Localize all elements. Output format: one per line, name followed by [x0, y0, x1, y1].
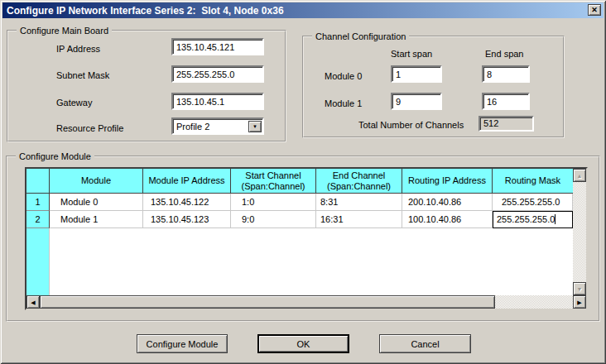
resource-profile-dropdown-button[interactable]: ▼ — [248, 121, 262, 132]
row2-routing-ip-cell[interactable]: 100.10.40.86 — [402, 211, 493, 228]
row1-module-cell[interactable]: Module 0 — [50, 194, 143, 211]
horizontal-scrollbar-track[interactable] — [495, 295, 573, 309]
row-header-column-filler — [26, 228, 50, 295]
module0-end-span-field[interactable] — [482, 65, 530, 83]
channel-config-legend: Channel Configuration — [312, 31, 409, 42]
resource-profile-dropdown[interactable]: Profile 2 ▼ — [171, 117, 264, 135]
row1-number-cell[interactable]: 1 — [26, 194, 50, 211]
row2-end-channel-cell[interactable]: 16:31 — [316, 211, 402, 228]
main-board-legend: Configure Main Board — [17, 25, 112, 36]
resource-profile-label: Resource Profile — [56, 122, 123, 134]
module-table: Module Module IP Address Start Channel (… — [25, 167, 588, 310]
header-start-channel: Start Channel (Span:Channel) — [231, 169, 316, 194]
main-board-group: Configure Main Board IP Address Subnet M… — [7, 30, 286, 142]
channel-config-group: Channel Configuration Start span End spa… — [302, 36, 565, 138]
ok-button[interactable]: OK — [257, 334, 349, 353]
vertical-scrollbar-track[interactable] — [573, 182, 586, 282]
scroll-up-button[interactable]: ▲ — [573, 169, 586, 182]
row2-module-cell[interactable]: Module 1 — [50, 211, 143, 228]
horizontal-scrollbar-thumb[interactable] — [40, 295, 495, 309]
horizontal-scrollbar[interactable]: ◀ ▶ — [26, 295, 586, 309]
start-span-header: Start span — [391, 48, 432, 60]
title-bar[interactable]: Configure IP Network Interface Series 2:… — [2, 2, 604, 18]
header-module-ip: Module IP Address — [143, 169, 231, 194]
table-row: 2 Module 1 135.10.45.123 9:0 16:31 100.1… — [26, 211, 573, 228]
scroll-up-icon: ▲ — [577, 173, 583, 179]
row1-end-channel-cell[interactable]: 8:31 — [316, 194, 402, 211]
module1-label: Module 1 — [325, 98, 362, 109]
header-routing-mask: Routing Mask — [493, 169, 573, 194]
row1-routing-ip-cell[interactable]: 200.10.40.86 — [402, 194, 493, 211]
row2-number-cell[interactable]: 2 — [26, 211, 50, 228]
row1-module-ip-cell[interactable]: 135.10.45.122 — [143, 194, 231, 211]
header-corner-cell — [26, 169, 50, 194]
scroll-right-icon: ▶ — [577, 299, 581, 305]
scroll-down-button[interactable]: ▼ — [573, 282, 586, 295]
end-span-header: End span — [485, 48, 523, 60]
row1-routing-mask-cell[interactable]: 255.255.255.0 — [493, 194, 573, 211]
header-routing-ip: Routing IP Address — [402, 169, 493, 194]
resource-profile-value: Profile 2 — [173, 122, 248, 132]
header-end-channel: End Channel (Span:Channel) — [316, 169, 402, 194]
configure-module-button[interactable]: Configure Module — [137, 334, 228, 353]
module1-end-span-field[interactable] — [482, 93, 530, 110]
scroll-right-button[interactable]: ▶ — [573, 295, 586, 309]
scroll-left-button[interactable]: ◀ — [26, 295, 40, 309]
cancel-button[interactable]: Cancel — [379, 334, 471, 353]
row2-routing-mask-cell-editing[interactable]: 255.255.255.0 — [493, 211, 573, 228]
text-caret — [555, 214, 556, 224]
subnet-mask-label: Subnet Mask — [56, 69, 109, 81]
header-module: Module — [50, 169, 143, 194]
row2-module-ip-cell[interactable]: 135.10.45.123 — [143, 211, 231, 228]
module0-start-span-field[interactable] — [391, 65, 442, 83]
gateway-label: Gateway — [56, 97, 92, 108]
ip-address-label: IP Address — [56, 43, 100, 55]
row1-start-channel-cell[interactable]: 1:0 — [231, 194, 316, 211]
subnet-mask-field[interactable] — [171, 65, 264, 83]
vertical-scrollbar[interactable]: ▲ ▼ — [573, 169, 586, 295]
ip-address-field[interactable] — [171, 38, 264, 55]
chevron-down-icon: ▼ — [252, 124, 257, 129]
configure-module-legend: Configure Module — [16, 151, 94, 162]
close-button[interactable]: ✕ — [588, 4, 601, 16]
configure-module-group: Configure Module Module Module IP Addres… — [6, 156, 600, 322]
dialog-window: Configure IP Network Interface Series 2:… — [0, 0, 606, 364]
row2-start-channel-cell[interactable]: 9:0 — [231, 211, 316, 228]
total-channels-value: 512 — [479, 116, 534, 132]
gateway-field[interactable] — [171, 93, 264, 110]
module0-label: Module 0 — [325, 70, 362, 82]
table-row: 1 Module 0 135.10.45.122 1:0 8:31 200.10… — [26, 194, 573, 211]
total-channels-label: Total Number of Channels — [358, 119, 464, 131]
scroll-down-icon: ▼ — [577, 286, 583, 292]
scroll-left-icon: ◀ — [31, 299, 35, 305]
close-icon: ✕ — [591, 7, 598, 14]
table-header-row: Module Module IP Address Start Channel (… — [26, 169, 573, 194]
window-title: Configure IP Network Interface Series 2:… — [7, 5, 284, 17]
module1-start-span-field[interactable] — [391, 93, 442, 110]
